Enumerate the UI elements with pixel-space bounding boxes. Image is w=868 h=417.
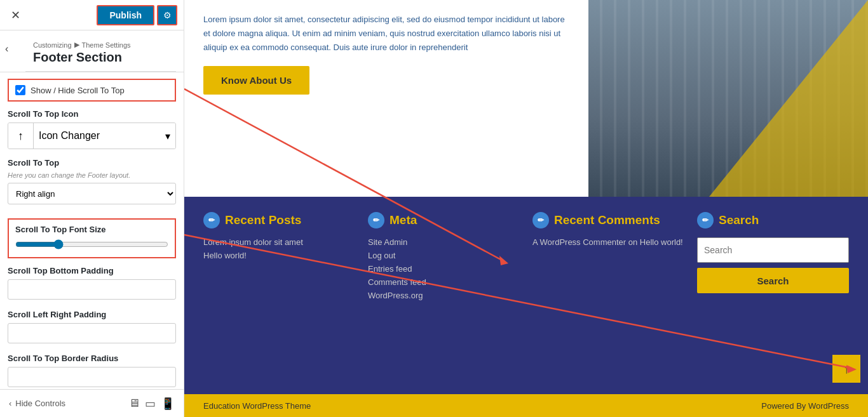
close-button[interactable]: ✕	[6, 6, 24, 24]
scroll-to-top-icon-section: Scroll To Top Icon ↑ Icon Changer ▾	[8, 109, 176, 149]
scroll-to-top-section: Scroll To Top Here you can change the Fo…	[8, 158, 176, 211]
footer-col-meta: ✏ Meta Site Admin Log out Entries feed C…	[368, 212, 520, 381]
page-title: Footer Section	[25, 50, 176, 72]
footer-preview: ✏ Recent Posts Lorem ipsum dolor sit ame…	[184, 197, 868, 417]
footer-search-content: Search	[697, 237, 849, 293]
footer-col-recent-comments: ✏ Recent Comments A WordPress Commenter …	[532, 212, 684, 381]
font-size-section: Scroll To Top Font Size	[8, 218, 176, 258]
footer-col4-title: ✏ Search	[697, 212, 849, 228]
edit-icon-col3[interactable]: ✏	[532, 212, 549, 228]
footer-col-search: ✏ Search Search	[697, 212, 849, 381]
know-about-button[interactable]: Know About Us	[203, 66, 309, 95]
footer-col3-title: ✏ Recent Comments	[532, 212, 684, 228]
edit-icon-col1[interactable]: ✏	[203, 212, 220, 228]
show-hide-section: Show / Hide Scroll To Top	[8, 79, 176, 102]
border-radius-label: Scroll To Top Border Radius	[8, 354, 176, 363]
breadcrumb: Customizing ▶ Theme Settings	[25, 36, 176, 50]
scroll-to-top-button[interactable]: ↑	[832, 355, 860, 383]
show-hide-checkbox[interactable]	[15, 85, 25, 95]
gear-button[interactable]: ⚙	[157, 5, 177, 25]
icon-changer-dropdown[interactable]: Icon Changer ▾	[34, 123, 175, 149]
breadcrumb-arrow: ▶	[74, 41, 79, 49]
font-size-label: Scroll To Top Font Size	[15, 225, 168, 234]
preview-body-text: Lorem ipsum dolor sit amet, consectetur …	[203, 13, 569, 55]
footer-post-2[interactable]: Hello world!	[203, 251, 355, 260]
icon-changer-row: ↑ Icon Changer ▾	[8, 122, 176, 149]
footer-bottom-left: Education WordPress Theme	[203, 401, 311, 411]
mobile-view-button[interactable]: 📱	[161, 397, 175, 411]
bottom-padding-label: Scroll Top Bottom Padding	[8, 266, 176, 275]
breadcrumb-theme-settings[interactable]: Theme Settings	[82, 41, 131, 49]
preview-text-column: Lorem ipsum dolor sit amet, consectetur …	[184, 0, 588, 197]
edit-icon-col2[interactable]: ✏	[368, 212, 384, 228]
preview-panel: Lorem ipsum dolor sit amet, consectetur …	[184, 0, 868, 417]
scroll-to-top-icon-label: Scroll To Top Icon	[8, 109, 176, 119]
footer-col-recent-posts: ✏ Recent Posts Lorem ipsum dolor sit ame…	[203, 212, 355, 381]
icon-arrow-display: ↑	[8, 123, 34, 149]
panel-content: Show / Hide Scroll To Top Scroll To Top …	[0, 72, 184, 389]
footer-col1-title: ✏ Recent Posts	[203, 212, 355, 228]
border-radius-section: Scroll To Top Border Radius	[8, 354, 176, 389]
footer-search-button[interactable]: Search	[697, 268, 849, 293]
bottom-bar: ‹ Hide Controls 🖥 ▭ 📱	[0, 389, 184, 417]
border-radius-input[interactable]	[8, 367, 176, 387]
publish-area: Publish ⚙	[97, 5, 177, 25]
bottom-padding-section: Scroll Top Bottom Padding	[8, 266, 176, 302]
tablet-view-button[interactable]: ▭	[145, 397, 156, 411]
top-bar: ✕ Publish ⚙	[0, 0, 184, 30]
preview-image-column	[588, 0, 868, 197]
footer-col3-content: A WordPress Commenter on Hello world!	[532, 237, 684, 247]
footer-comment-1[interactable]: A WordPress Commenter on Hello world!	[532, 237, 684, 247]
footer-col2-content: Site Admin Log out Entries feed Comments…	[368, 237, 520, 300]
show-hide-label: Show / Hide Scroll To Top	[31, 86, 125, 95]
footer-meta-wordpress-org[interactable]: WordPress.org	[368, 291, 520, 300]
desktop-view-button[interactable]: 🖥	[128, 397, 140, 411]
footer-meta-comments-feed[interactable]: Comments feed	[368, 277, 520, 287]
hide-controls-back-icon: ‹	[9, 399, 11, 408]
footer-col4-title-text: Search	[719, 213, 759, 227]
preview-top: Lorem ipsum dolor sit amet, consectetur …	[184, 0, 868, 197]
footer-col2-title: ✏ Meta	[368, 212, 520, 228]
footer-col2-title-text: Meta	[390, 213, 417, 227]
footer-col1-title-text: Recent Posts	[225, 213, 301, 227]
footer-search-input[interactable]	[697, 237, 849, 263]
yellow-triangle-overlay	[709, 0, 868, 197]
right-align-select[interactable]: Right align Left align Center	[8, 183, 176, 204]
scroll-to-top-label: Scroll To Top	[8, 158, 176, 168]
lr-padding-label: Scroll Left Right Padding	[8, 310, 176, 319]
hide-controls-button[interactable]: ‹ Hide Controls	[9, 399, 65, 408]
footer-post-1[interactable]: Lorem ipsum dolor sit amet	[203, 237, 355, 247]
lr-padding-input[interactable]	[8, 323, 176, 343]
footer-meta-entries-feed[interactable]: Entries feed	[368, 264, 520, 274]
customizer-panel: ✕ Publish ⚙ Customizing ▶ Theme Settings…	[0, 0, 184, 417]
publish-button[interactable]: Publish	[97, 5, 154, 25]
bottom-padding-input[interactable]	[8, 279, 176, 300]
chevron-down-icon: ▾	[165, 130, 170, 142]
back-button[interactable]: ‹	[5, 43, 8, 55]
footer-col3-title-text: Recent Comments	[554, 213, 660, 227]
footer-meta-log-out[interactable]: Log out	[368, 251, 520, 260]
footer-bottom-right: Powered By WordPress	[761, 401, 849, 411]
font-size-slider[interactable]	[15, 239, 168, 249]
footer-bottom-bar: Education WordPress Theme Powered By Wor…	[184, 394, 868, 417]
view-buttons: 🖥 ▭ 📱	[128, 397, 175, 411]
icon-changer-label: Icon Changer	[39, 130, 100, 142]
footer-widgets: ✏ Recent Posts Lorem ipsum dolor sit ame…	[184, 197, 868, 394]
footer-layout-note: Here you can change the Footer layout.	[8, 171, 176, 179]
breadcrumb-customizing[interactable]: Customizing	[33, 41, 72, 49]
footer-col1-content: Lorem ipsum dolor sit amet Hello world!	[203, 237, 355, 260]
footer-meta-site-admin[interactable]: Site Admin	[368, 237, 520, 247]
edit-icon-col4[interactable]: ✏	[697, 212, 714, 228]
lr-padding-section: Scroll Left Right Padding	[8, 310, 176, 346]
hide-controls-label: Hide Controls	[15, 399, 65, 408]
